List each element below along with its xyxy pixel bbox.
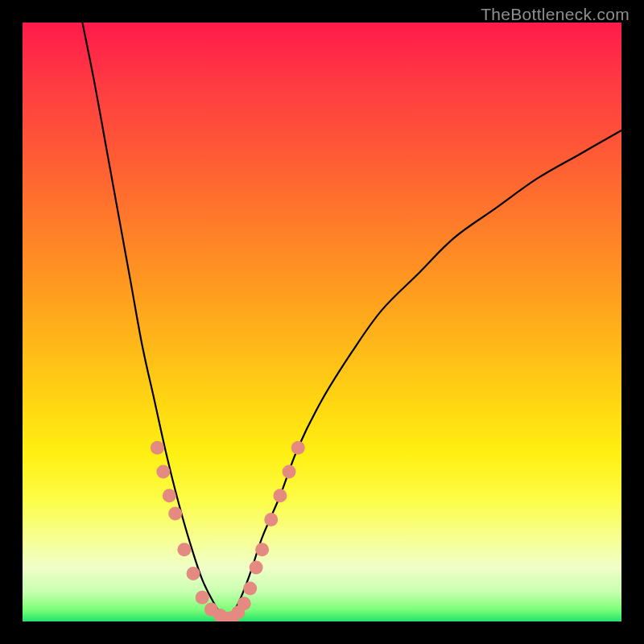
plot-area (23, 23, 621, 621)
highlight-dot (291, 441, 305, 455)
highlight-dot (163, 489, 176, 502)
highlight-dot (187, 567, 200, 580)
highlight-dot (196, 591, 209, 605)
highlight-dot (250, 561, 263, 575)
right-branch-curve (226, 130, 621, 621)
watermark-text: TheBottleneck.com (481, 5, 630, 24)
left-branch-curve (82, 23, 226, 621)
highlight-dot (156, 465, 170, 479)
chart-frame: TheBottleneck.com (0, 0, 644, 644)
highlight-dot (273, 489, 287, 502)
highlight-dot (168, 507, 182, 521)
highlight-dot (255, 543, 269, 556)
highlight-dots (151, 441, 305, 621)
chart-svg (23, 23, 621, 621)
highlight-dot (264, 513, 278, 526)
highlight-dot (283, 465, 296, 479)
highlight-dot (151, 441, 164, 455)
highlight-dot (237, 597, 251, 610)
highlight-dot (243, 582, 257, 596)
highlight-dot (177, 543, 191, 556)
